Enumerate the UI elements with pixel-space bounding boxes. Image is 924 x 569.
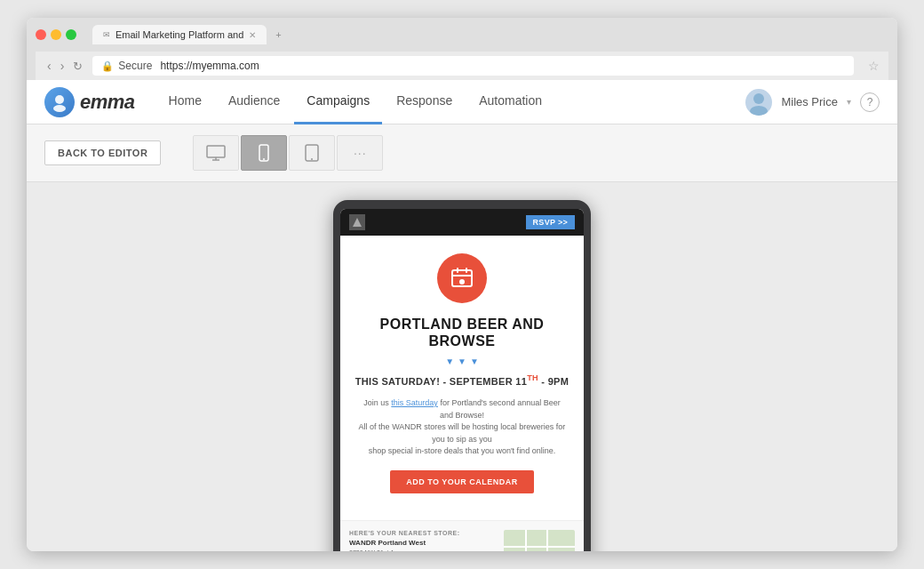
tab-bar: ✉ Email Marketing Platform and ✕ + xyxy=(92,25,289,44)
minimize-button[interactable] xyxy=(51,29,61,40)
preview-area: RSVP >> PORTL xyxy=(27,182,897,551)
event-date-highlight: THIS SATURDAY! - SEPTEMBER 11 xyxy=(355,376,527,387)
nav-automation[interactable]: Automation xyxy=(466,80,554,124)
back-nav-button[interactable]: ‹ xyxy=(44,59,54,73)
secure-icon: 🔒 xyxy=(101,60,114,72)
tab-title: Email Marketing Platform and xyxy=(116,29,243,40)
event-title: PORTLAND BEER AND BROWSE xyxy=(354,316,570,349)
rsvp-button[interactable]: RSVP >> xyxy=(526,215,575,229)
event-icon xyxy=(437,253,487,303)
svg-point-16 xyxy=(459,279,465,284)
svg-point-2 xyxy=(753,93,764,104)
tablet-view-button[interactable] xyxy=(289,135,335,171)
map-road-4 xyxy=(546,530,548,551)
maximize-button[interactable] xyxy=(66,29,76,40)
svg-point-3 xyxy=(750,106,768,116)
add-to-calendar-button[interactable]: ADD TO YOUR CALENDAR xyxy=(390,470,534,493)
nav-audience[interactable]: Audience xyxy=(216,80,292,124)
map-road-1 xyxy=(504,546,575,548)
map-grid xyxy=(504,530,575,551)
nav-campaigns[interactable]: Campaigns xyxy=(294,80,382,124)
user-avatar xyxy=(745,89,772,116)
svg-point-0 xyxy=(55,95,64,104)
mobile-device: RSVP >> PORTL xyxy=(333,200,591,551)
nav-response[interactable]: Response xyxy=(384,80,465,124)
emma-logo-avatar xyxy=(44,87,75,117)
nav-buttons: ‹ › ↻ xyxy=(44,59,85,73)
back-to-editor-button[interactable]: BACK TO EDITOR xyxy=(44,140,161,165)
tab-close-icon[interactable]: ✕ xyxy=(249,30,256,40)
close-button[interactable] xyxy=(36,29,46,40)
main-nav: Home Audience Campaigns Response Automat… xyxy=(156,80,746,124)
forward-nav-button[interactable]: › xyxy=(58,59,68,73)
email-header-bar: RSVP >> xyxy=(340,209,584,236)
store-name: WANDR Portland West xyxy=(349,539,497,547)
email-logo-icon xyxy=(349,214,365,230)
mobile-screen: RSVP >> PORTL xyxy=(340,209,584,551)
chevron-icon-1: ▼ xyxy=(445,357,454,366)
svg-marker-11 xyxy=(353,218,362,227)
emma-wordmark: emma xyxy=(80,91,135,114)
store-section: HERE'S YOUR NEAREST STORE: WANDR Portlan… xyxy=(340,520,584,551)
user-name[interactable]: Miles Price xyxy=(781,95,838,108)
email-body: PORTLAND BEER AND BROWSE ▼ ▼ ▼ THIS SATU… xyxy=(340,236,584,520)
emma-avatar-graphic xyxy=(44,87,75,117)
address-bar-row: ‹ › ↻ 🔒 Secure https://myemma.com ☆ xyxy=(36,52,888,80)
traffic-lights xyxy=(36,29,76,40)
event-description: Join us this Saturday for Portland's sec… xyxy=(354,397,570,458)
chevrons-decoration: ▼ ▼ ▼ xyxy=(354,357,570,366)
emma-logo: emma xyxy=(44,87,135,117)
chevron-icon-3: ▼ xyxy=(470,357,479,366)
main-content: BACK TO EDITOR xyxy=(27,124,897,551)
svg-rect-4 xyxy=(207,146,225,157)
url-text: https://myemma.com xyxy=(160,60,259,72)
secure-label: Secure xyxy=(118,60,152,72)
svg-point-8 xyxy=(263,158,265,160)
active-tab[interactable]: ✉ Email Marketing Platform and ✕ xyxy=(92,25,267,44)
help-button[interactable]: ? xyxy=(860,92,880,112)
event-time: - 9PM xyxy=(541,376,569,387)
store-info: HERE'S YOUR NEAREST STORE: WANDR Portlan… xyxy=(349,530,497,551)
svg-point-1 xyxy=(53,105,66,112)
map-road-3 xyxy=(525,530,527,551)
address-bar[interactable]: 🔒 Secure https://myemma.com xyxy=(92,56,854,76)
mobile-view-button[interactable] xyxy=(241,135,287,171)
svg-point-10 xyxy=(311,158,313,160)
reload-button[interactable]: ↻ xyxy=(70,59,85,73)
browser-chrome: ✉ Email Marketing Platform and ✕ + ‹ › ↻… xyxy=(27,18,897,80)
user-dropdown-icon[interactable]: ▾ xyxy=(847,97,851,107)
bookmark-icon[interactable]: ☆ xyxy=(868,59,880,73)
nav-home[interactable]: Home xyxy=(156,80,214,124)
store-section-label: HERE'S YOUR NEAREST STORE: xyxy=(349,530,497,536)
browser-window: ✉ Email Marketing Platform and ✕ + ‹ › ↻… xyxy=(27,18,897,551)
app-nav: emma Home Audience Campaigns Response Au… xyxy=(27,80,897,124)
desktop-view-button[interactable] xyxy=(193,135,239,171)
nav-right: Miles Price ▾ ? xyxy=(745,89,880,116)
date-suffix: TH xyxy=(527,373,538,382)
event-date: THIS SATURDAY! - SEPTEMBER 11TH - 9PM xyxy=(354,373,570,387)
new-tab-button[interactable]: + xyxy=(268,25,288,44)
preview-toolbar: BACK TO EDITOR xyxy=(27,124,897,182)
store-address: 2730 NW 31st AvePortland, OR 97210 xyxy=(349,549,497,551)
tab-favicon: ✉ xyxy=(103,30,110,39)
more-options-button[interactable]: ··· xyxy=(337,135,383,171)
chevron-icon-2: ▼ xyxy=(458,357,466,366)
store-map xyxy=(504,530,575,551)
view-options: ··· xyxy=(193,135,383,171)
